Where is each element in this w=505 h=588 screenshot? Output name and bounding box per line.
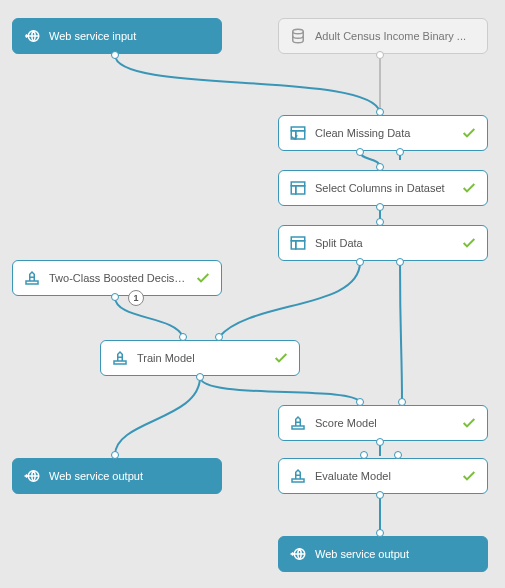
port-in[interactable] — [356, 398, 364, 406]
node-label: Evaluate Model — [315, 470, 453, 482]
node-label: Web service input — [49, 30, 211, 42]
node-split-data[interactable]: Split Data — [278, 225, 488, 261]
port-in[interactable] — [376, 529, 384, 537]
port-out[interactable] — [356, 148, 364, 156]
svg-rect-4 — [296, 131, 305, 139]
node-label: Train Model — [137, 352, 265, 364]
model-icon — [289, 467, 307, 485]
table-icon — [289, 234, 307, 252]
database-icon — [289, 27, 307, 45]
svg-rect-11 — [26, 281, 38, 284]
check-icon — [461, 235, 477, 251]
node-select-columns[interactable]: Select Columns in Dataset — [278, 170, 488, 206]
port-badge: 1 — [128, 290, 144, 306]
port-in[interactable] — [215, 333, 223, 341]
port-out[interactable] — [376, 51, 384, 59]
node-score-model[interactable]: Score Model — [278, 405, 488, 441]
port-out[interactable] — [376, 438, 384, 446]
check-icon — [461, 180, 477, 196]
port-in[interactable] — [376, 108, 384, 116]
port-out[interactable] — [111, 293, 119, 301]
svg-rect-7 — [296, 186, 305, 194]
node-clean-missing-data[interactable]: Clean Missing Data — [278, 115, 488, 151]
svg-point-1 — [293, 29, 304, 34]
node-label: Adult Census Income Binary ... — [315, 30, 477, 42]
model-icon — [289, 414, 307, 432]
table-icon — [289, 179, 307, 197]
check-icon — [273, 350, 289, 366]
check-icon — [195, 270, 211, 286]
globe-input-icon — [23, 27, 41, 45]
node-train-model[interactable]: Train Model — [100, 340, 300, 376]
node-web-service-output[interactable]: Web service output — [12, 458, 222, 494]
node-label: Two-Class Boosted Decision ... — [49, 272, 187, 284]
port-in[interactable] — [376, 163, 384, 171]
svg-rect-13 — [292, 426, 304, 429]
port-out[interactable] — [396, 258, 404, 266]
node-evaluate-model[interactable]: Evaluate Model — [278, 458, 488, 494]
port-in[interactable] — [111, 451, 119, 459]
port-out[interactable] — [111, 51, 119, 59]
globe-output-icon — [23, 467, 41, 485]
model-icon — [23, 269, 41, 287]
svg-rect-10 — [296, 241, 305, 249]
port-out[interactable] — [376, 203, 384, 211]
node-boosted-decision[interactable]: Two-Class Boosted Decision ... — [12, 260, 222, 296]
port-out[interactable] — [376, 491, 384, 499]
globe-output-icon — [289, 545, 307, 563]
node-web-service-output[interactable]: Web service output — [278, 536, 488, 572]
port-out[interactable] — [196, 373, 204, 381]
port-in[interactable] — [179, 333, 187, 341]
table-icon — [289, 124, 307, 142]
node-label: Web service output — [49, 470, 211, 482]
svg-rect-12 — [114, 361, 126, 364]
svg-rect-15 — [292, 479, 304, 482]
port-in[interactable] — [398, 398, 406, 406]
node-label: Split Data — [315, 237, 453, 249]
port-out[interactable] — [356, 258, 364, 266]
node-label: Web service output — [315, 548, 477, 560]
port-in[interactable] — [360, 451, 368, 459]
node-label: Select Columns in Dataset — [315, 182, 453, 194]
model-icon — [111, 349, 129, 367]
check-icon — [461, 125, 477, 141]
port-in[interactable] — [376, 218, 384, 226]
node-label: Clean Missing Data — [315, 127, 453, 139]
node-web-service-input[interactable]: Web service input — [12, 18, 222, 54]
check-icon — [461, 468, 477, 484]
check-icon — [461, 415, 477, 431]
port-in[interactable] — [394, 451, 402, 459]
port-out[interactable] — [396, 148, 404, 156]
node-label: Score Model — [315, 417, 453, 429]
node-dataset[interactable]: Adult Census Income Binary ... — [278, 18, 488, 54]
